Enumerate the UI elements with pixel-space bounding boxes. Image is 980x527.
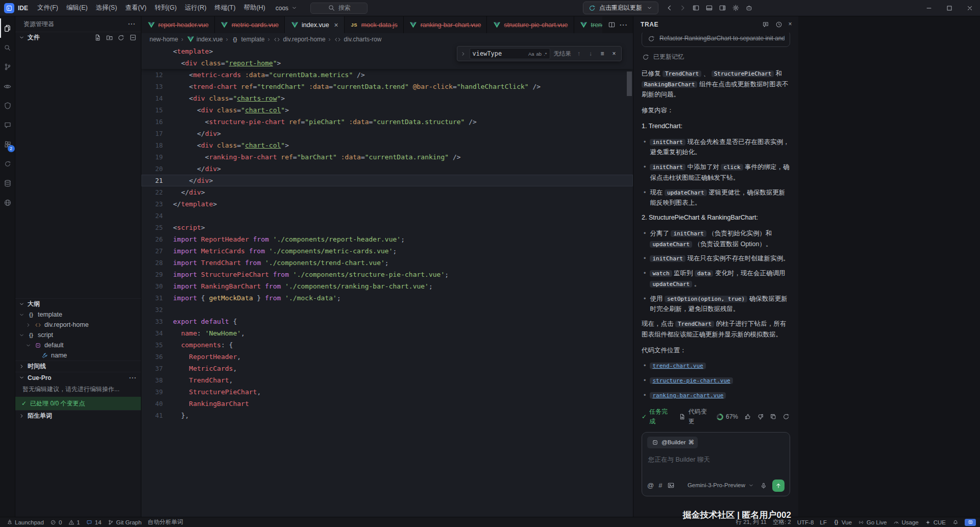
- status-item[interactable]: UTF-8: [794, 517, 817, 527]
- code-line-31[interactable]: 31import { getMockData } from './mock-da…: [141, 292, 633, 304]
- code-line-26[interactable]: 26import ReportHeader from './components…: [141, 233, 633, 245]
- activity-extensions-icon[interactable]: 2: [0, 135, 15, 154]
- remote-indicator[interactable]: [965, 519, 976, 526]
- settings-gear-icon[interactable]: [729, 2, 742, 15]
- outline-item-name[interactable]: name: [15, 350, 141, 361]
- files-section-header[interactable]: 文件: [15, 32, 141, 43]
- activity-search-icon[interactable]: [0, 38, 15, 57]
- thumbs-down-icon[interactable]: [756, 413, 765, 421]
- status-item[interactable]: Usage: [890, 517, 921, 527]
- code-line-28[interactable]: 28import TrendChart from './components/t…: [141, 257, 633, 269]
- refresh-icon[interactable]: [117, 34, 125, 42]
- tab-close-icon[interactable]: ×: [334, 21, 338, 29]
- code-line-21[interactable]: 21 </div>: [141, 175, 633, 186]
- tab-index.vue[interactable]: index.vue ×: [285, 16, 345, 33]
- sidebar-more-icon[interactable]: ···: [128, 20, 136, 28]
- code-line-14[interactable]: 14 <div class="charts-row">: [141, 92, 633, 104]
- whole-word-icon[interactable]: ab: [536, 51, 542, 57]
- status-item[interactable]: 14: [83, 517, 105, 527]
- completed-task-item[interactable]: Refactor RankingBarChart to separate ini…: [642, 33, 790, 47]
- window-maximize-button[interactable]: [939, 0, 960, 16]
- activity-remote-icon[interactable]: [0, 193, 15, 212]
- status-item[interactable]: Git Graph: [105, 517, 145, 527]
- find-prev-icon[interactable]: ↑: [575, 50, 583, 57]
- code-line-23[interactable]: 23</template>: [141, 198, 633, 210]
- status-item[interactable]: 自动分析单词: [144, 517, 186, 527]
- cuepro-more-icon[interactable]: ···: [129, 374, 137, 381]
- code-line-33[interactable]: 33export default {: [141, 316, 633, 327]
- code-line-16[interactable]: 16 <structure-pie-chart ref="pieChart" :…: [141, 116, 633, 128]
- regex-icon[interactable]: .*: [544, 51, 547, 57]
- timeline-section-header[interactable]: 时间线: [15, 361, 141, 372]
- assistant-icon[interactable]: [742, 2, 755, 15]
- breadcrumb-item[interactable]: new-home: [150, 36, 178, 43]
- cuepro-processed-banner[interactable]: ✓ 已处理 0/0 个变更点: [15, 397, 141, 410]
- window-close-button[interactable]: [960, 0, 980, 16]
- model-selector[interactable]: Gemini-3-Pro-Preview: [688, 481, 755, 490]
- menu-item[interactable]: 查看(V): [121, 2, 151, 14]
- activity-preview-icon[interactable]: [0, 77, 15, 96]
- retry-icon[interactable]: [782, 413, 790, 421]
- new-folder-icon[interactable]: [105, 34, 113, 42]
- breadcrumb-item[interactable]: div.charts-row: [334, 35, 382, 43]
- code-changes[interactable]: 代码变更: [678, 407, 711, 427]
- file-link[interactable]: ranking-bar-chart.vue: [650, 392, 726, 399]
- code-editor[interactable]: <template> <div class="report-home"> 12 …: [141, 45, 633, 517]
- code-line-25[interactable]: 25<script>: [141, 222, 633, 233]
- code-line-15[interactable]: 15 <div class="chart-col">: [141, 104, 633, 116]
- status-item[interactable]: Launchpad: [3, 517, 47, 527]
- find-expand-icon[interactable]: [460, 51, 466, 57]
- breadcrumb-item[interactable]: {}template: [231, 35, 264, 43]
- app-logo-icon[interactable]: [4, 3, 14, 13]
- cuepro-section-header[interactable]: Cue-Pro ···: [15, 372, 141, 383]
- find-input[interactable]: viewType Aa ab .*: [470, 48, 550, 59]
- code-line-41[interactable]: 41 },: [141, 410, 633, 421]
- code-line-38[interactable]: 38 TrendChart,: [141, 374, 633, 386]
- code-line-39[interactable]: 39 StructurePieChart,: [141, 386, 633, 398]
- menu-item[interactable]: 帮助(H): [239, 2, 269, 14]
- image-icon[interactable]: [667, 482, 675, 490]
- new-file-icon[interactable]: [93, 34, 102, 42]
- breadcrumb-item[interactable]: div.report-home: [273, 35, 325, 43]
- outline-item-script[interactable]: {} script: [15, 330, 141, 340]
- match-case-icon[interactable]: Aa: [528, 51, 534, 57]
- outline-item-template[interactable]: {} template: [15, 309, 141, 320]
- collapse-all-icon[interactable]: [129, 34, 137, 42]
- code-line-37[interactable]: 37 MetricCards,: [141, 363, 633, 374]
- code-line-29[interactable]: 29import StructurePieChart from './compo…: [141, 269, 633, 280]
- code-line-13[interactable]: 13 <trend-chart ref="trendChart" :data="…: [141, 81, 633, 92]
- mic-icon[interactable]: [760, 482, 768, 490]
- copy-icon[interactable]: [769, 413, 777, 421]
- close-panel-icon[interactable]: ×: [788, 20, 792, 29]
- words-section-header[interactable]: 陌生单词: [15, 410, 141, 421]
- tab-mock-data.js[interactable]: JS mock-data.js: [345, 16, 404, 33]
- activity-chat-icon[interactable]: [0, 115, 15, 135]
- code-line-35[interactable]: 35 components: {: [141, 339, 633, 351]
- code-line-36[interactable]: 36 ReportHeader,: [141, 351, 633, 363]
- nav-back-icon[interactable]: [663, 2, 676, 15]
- outline-item-div.report-home[interactable]: div.report-home: [15, 320, 141, 330]
- code-line-12[interactable]: 12 <metric-cards :data="currentData.metr…: [141, 69, 633, 81]
- menu-item[interactable]: 选择(S): [92, 2, 121, 14]
- restart-update-button[interactable]: 点击重启以更新: [583, 2, 658, 14]
- tab-report-header.vue[interactable]: report-header.vue: [141, 16, 215, 33]
- outline-section-header[interactable]: 大纲: [15, 298, 141, 309]
- code-line-22[interactable]: 22 </div>: [141, 186, 633, 198]
- code-line-30[interactable]: 30import RankingBarChart from './compone…: [141, 280, 633, 292]
- outline-item-default[interactable]: default: [15, 340, 141, 350]
- notifications-bell-icon[interactable]: [949, 517, 962, 527]
- code-line-20[interactable]: 20 </div>: [141, 163, 633, 175]
- status-item[interactable]: LF: [817, 517, 829, 527]
- menu-item[interactable]: 终端(T): [210, 2, 239, 14]
- context-icon[interactable]: #: [658, 480, 662, 491]
- history-icon[interactable]: [775, 20, 783, 29]
- find-in-selection-icon[interactable]: ≡: [598, 50, 606, 57]
- menu-item[interactable]: 转到(G): [151, 2, 181, 14]
- find-next-icon[interactable]: ↓: [586, 50, 595, 57]
- activity-explorer-icon[interactable]: [0, 18, 15, 38]
- tab-structure-pie-chart.vue[interactable]: structure-pie-chart.vue: [487, 16, 574, 33]
- send-button[interactable]: [772, 480, 785, 492]
- toggle-panel-icon[interactable]: [702, 2, 716, 15]
- code-line-40[interactable]: 40 RankingBarChart: [141, 398, 633, 410]
- workspace-switcher[interactable]: coos: [272, 3, 302, 14]
